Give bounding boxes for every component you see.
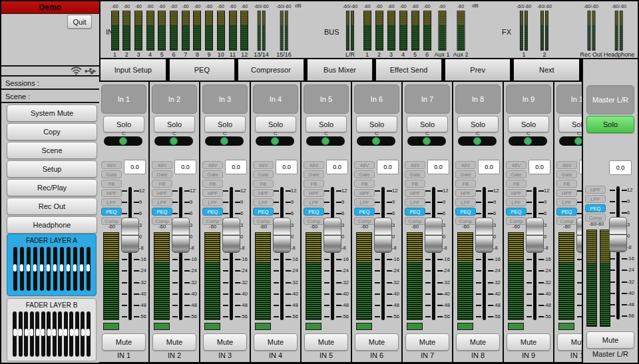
proc-button-lpf[interactable]: LPF	[506, 198, 527, 206]
fader-track[interactable]	[331, 187, 334, 320]
proc-button-lpf[interactable]: LPF	[101, 198, 122, 206]
fader-track[interactable]	[616, 186, 620, 319]
channel-name-button[interactable]: In 8	[455, 85, 501, 114]
proc-button-fb[interactable]: FB	[253, 180, 274, 188]
fader-layer-b-button[interactable]: FADER LAYER B	[7, 298, 97, 361]
proc-button-gate[interactable]: Gate	[253, 170, 274, 178]
proc-button-48v[interactable]: 48V	[152, 161, 172, 169]
proc-button-gate[interactable]: Gate	[506, 170, 527, 178]
proc-button-fb[interactable]: FB	[202, 180, 223, 188]
proc-button-fb[interactable]: FB	[455, 180, 476, 188]
proc-button-48v[interactable]: 48V	[304, 161, 324, 169]
fader-track[interactable]	[432, 187, 435, 320]
tab-prev[interactable]: Prev	[444, 58, 512, 82]
proc-button-48v[interactable]: 48V	[202, 161, 223, 169]
proc-button-gate[interactable]: Gate	[405, 170, 425, 178]
fader-track[interactable]	[128, 187, 132, 320]
proc-button-hpf[interactable]: HPF	[455, 189, 476, 197]
fader-track[interactable]	[179, 187, 182, 320]
proc-button-48v[interactable]: 48V	[405, 161, 425, 169]
gain-value[interactable]: 0.0	[377, 160, 399, 174]
mute-button[interactable]: Mute	[557, 333, 583, 351]
pan-thumb[interactable]	[473, 137, 481, 145]
proc-button-peq[interactable]: PEQ	[506, 208, 527, 216]
channel-name-button[interactable]: In 7	[405, 85, 450, 114]
fader-thumb[interactable]	[323, 218, 341, 253]
mute-button[interactable]: Mute	[203, 333, 247, 351]
fader-thumb[interactable]	[273, 218, 291, 253]
proc-button-lpf[interactable]: LPF	[152, 198, 172, 206]
mute-button[interactable]: Mute	[405, 333, 449, 351]
proc-button-fb[interactable]: FB	[556, 180, 577, 188]
pan-slider[interactable]	[357, 136, 395, 146]
tab-compressor[interactable]: Compressor	[237, 58, 305, 82]
mute-button[interactable]: Mute	[456, 333, 500, 351]
proc-button-hpf[interactable]: HPF	[506, 189, 527, 197]
tab-peq[interactable]: PEQ	[168, 58, 236, 82]
proc-button-gate[interactable]: Gate	[455, 170, 476, 178]
channel-name-button[interactable]: In 6	[354, 85, 399, 114]
proc-button-48v[interactable]: 48V	[253, 161, 274, 169]
pan-slider[interactable]	[407, 136, 446, 146]
channel-name-button[interactable]: In 4	[253, 85, 298, 114]
proc-button-48v[interactable]: 48V	[101, 161, 122, 169]
proc-button-gate[interactable]: Gate	[556, 170, 577, 178]
fader-track[interactable]	[533, 187, 536, 320]
proc-button-lpf[interactable]: LPF	[253, 198, 274, 206]
proc-button-peq[interactable]: PEQ	[455, 208, 476, 216]
channel-name-button[interactable]: In 9	[506, 85, 551, 114]
proc-button-peq[interactable]: PEQ	[202, 208, 223, 216]
proc-button-peq[interactable]: PEQ	[585, 204, 606, 212]
gain-value[interactable]: 0.0	[276, 160, 298, 174]
gain-value[interactable]: 0.0	[478, 160, 500, 174]
proc-button-hpf[interactable]: HPF	[152, 189, 172, 197]
pan-thumb[interactable]	[119, 137, 127, 145]
mute-button[interactable]: Mute	[355, 333, 399, 351]
proc-button-hpf[interactable]: HPF	[304, 189, 324, 197]
proc-button-hpf[interactable]: HPF	[585, 186, 606, 194]
channel-name-button[interactable]: In 2	[152, 85, 197, 114]
proc-button-peq[interactable]: PEQ	[354, 208, 375, 216]
pan-slider[interactable]	[256, 136, 294, 146]
proc-button-48v[interactable]: 48V	[556, 161, 577, 169]
proc-button-peq[interactable]: PEQ	[556, 208, 577, 216]
gain-value[interactable]: 0.0	[529, 160, 550, 174]
mute-button[interactable]: Mute	[102, 333, 146, 351]
proc-button-lpf[interactable]: LPF	[304, 198, 324, 206]
fader-track[interactable]	[381, 187, 385, 320]
pan-slider[interactable]	[205, 136, 244, 146]
master-name-button[interactable]: Master L/R	[586, 85, 634, 114]
pan-slider[interactable]	[559, 136, 583, 146]
sidebar-button-rec-play[interactable]: Rec/Play	[7, 179, 97, 196]
master-gain-value[interactable]: 0.0	[609, 160, 632, 175]
pan-thumb[interactable]	[423, 137, 431, 145]
pan-slider[interactable]	[154, 136, 193, 146]
gain-value[interactable]: 0.0	[124, 160, 146, 174]
pan-thumb[interactable]	[271, 137, 279, 145]
fader-track[interactable]	[280, 187, 284, 320]
proc-button-gate[interactable]: Gate	[304, 170, 324, 178]
quit-button[interactable]: Quit	[67, 15, 92, 29]
proc-button-gate[interactable]: Gate	[202, 170, 223, 178]
proc-button-fb[interactable]: FB	[354, 180, 375, 188]
sidebar-button-system-mute[interactable]: System Mute	[7, 104, 97, 122]
pan-slider[interactable]	[458, 136, 497, 146]
proc-button-lpf[interactable]: LPF	[202, 198, 223, 206]
channel-name-button[interactable]: In 3	[202, 85, 248, 114]
pan-slider[interactable]	[509, 136, 547, 146]
proc-button-lpf[interactable]: LPF	[354, 198, 375, 206]
sidebar-button-setup[interactable]: Setup	[7, 160, 97, 178]
sidebar-button-headphone[interactable]: Headphone	[7, 216, 97, 234]
sessions-label[interactable]: Sessions :	[1, 78, 99, 90]
proc-button-gate[interactable]: Gate	[152, 170, 172, 178]
proc-button-peq[interactable]: PEQ	[152, 208, 172, 216]
proc-button-hpf[interactable]: HPF	[556, 189, 577, 197]
channel-name-button[interactable]: In 10	[556, 85, 583, 114]
channel-name-button[interactable]: In 5	[304, 85, 349, 114]
fader-thumb[interactable]	[526, 218, 544, 253]
tab-bus-mixer[interactable]: Bus Mixer	[306, 58, 374, 82]
mute-button[interactable]: Mute	[254, 333, 298, 351]
proc-button-fb[interactable]: FB	[152, 180, 172, 188]
pan-slider[interactable]	[104, 136, 142, 146]
fader-thumb[interactable]	[475, 218, 493, 253]
